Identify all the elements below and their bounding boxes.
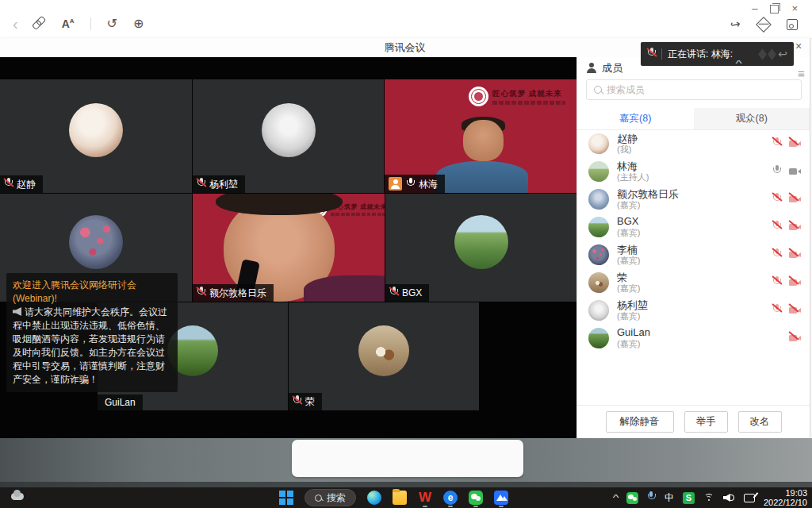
member-name: BGX [617, 215, 638, 227]
link-icon[interactable] [32, 15, 48, 32]
member-av-status [772, 192, 801, 206]
background-window [292, 440, 523, 477]
refresh-icon[interactable]: ↺ [107, 16, 117, 31]
panel-menu-icon[interactable]: ≡ [798, 67, 805, 80]
member-row[interactable]: 赵静(我) [577, 130, 810, 158]
reply-arrow-icon: ↩ [778, 48, 787, 60]
member-avatar [588, 272, 609, 293]
wps-icon[interactable]: W [418, 491, 432, 505]
weather-widget-icon[interactable] [10, 490, 29, 506]
tile-name-label: 荣 [289, 393, 322, 410]
file-explorer-icon[interactable] [393, 491, 407, 505]
video-tile-额尔敦格日乐[interactable]: 匠心筑梦 成就未来额尔敦格日乐 [193, 194, 385, 302]
member-list: 赵静(我)林海(主持人)额尔敦格日乐(嘉宾)BGX(嘉宾)李楠(嘉宾)荣(嘉宾)… [577, 130, 810, 352]
taskbar-search[interactable]: 搜索 [304, 489, 356, 506]
tile-participant-name: 额尔敦格日乐 [209, 287, 266, 298]
tile-name-label: 赵静 [0, 175, 43, 193]
camera-muted-icon [789, 275, 801, 290]
camera-muted-icon [789, 192, 801, 206]
watermark-shape-icon [758, 48, 767, 60]
clock-date: 2022/12/10 [764, 498, 807, 508]
member-row[interactable]: GuiLan(嘉宾) [577, 325, 810, 352]
logo-seal-icon [469, 87, 488, 106]
video-tile-杨利堃[interactable]: 杨利堃 [193, 79, 384, 193]
tile-participant-name: 林海 [419, 179, 438, 190]
mic-muted-icon [772, 303, 781, 318]
member-row[interactable]: 额尔敦格日乐(嘉宾) [577, 186, 810, 214]
wifi-icon[interactable] [703, 494, 714, 502]
tile-participant-name: BGX [402, 287, 422, 298]
pen-icon[interactable] [744, 494, 755, 502]
ime-indicator[interactable]: 中 [665, 491, 674, 505]
taskbar: 搜索 W e ^ 中 S 19:03 2022/12/10 [0, 487, 812, 508]
member-row[interactable]: 荣(嘉宾) [577, 269, 810, 297]
maximize-button[interactable] [770, 5, 779, 13]
screenshot-icon[interactable] [787, 19, 798, 30]
member-role: (我) [617, 144, 631, 156]
toast-collapse-caret[interactable]: ^ [735, 59, 741, 68]
wechat-icon[interactable] [469, 491, 483, 505]
clock-time: 19:03 [764, 488, 807, 498]
member-avatar [588, 328, 609, 348]
video-tile-林海[interactable]: 匠心筑梦 成就未来林海 [385, 79, 576, 193]
microphone-tray-icon[interactable] [647, 491, 656, 505]
participant-avatar [358, 325, 409, 376]
tile-participant-name: 赵静 [17, 179, 36, 190]
volume-icon[interactable] [723, 493, 735, 502]
tray-expand-icon[interactable]: ^ [612, 493, 619, 502]
taskbar-clock[interactable]: 19:03 2022/12/10 [764, 488, 807, 508]
member-row[interactable]: 李楠(嘉宾) [577, 241, 810, 269]
toolbar-divider [90, 17, 91, 30]
member-row[interactable]: BGX(嘉宾) [577, 214, 810, 241]
rename-button[interactable]: 改名 [738, 411, 782, 433]
globe-icon[interactable]: ⊕ [133, 16, 144, 31]
mic-muted-icon [4, 178, 13, 190]
member-search-input[interactable]: 搜索成员 [586, 79, 802, 100]
member-av-status [772, 331, 801, 345]
toast-watermark: ↩ [759, 48, 787, 60]
tile-participant-name: 杨利堃 [209, 179, 238, 190]
tab-audience[interactable]: 观众(8) [694, 108, 810, 129]
participant-avatar [454, 215, 508, 269]
blue-app-icon[interactable]: e [443, 491, 458, 505]
sogou-icon[interactable]: S [683, 492, 695, 504]
font-size-icon[interactable]: AA [62, 17, 75, 30]
tile-participant-name: 荣 [305, 396, 315, 407]
cube-icon[interactable] [756, 17, 772, 33]
member-role: (嘉宾) [617, 227, 640, 239]
meeting-window: 腾讯会议 赵静杨利堃匠心筑梦 成就未来林海匠心筑梦 成就未来额尔敦格日乐BGXG… [0, 38, 810, 438]
panel-close-icon[interactable]: × [795, 40, 802, 52]
video-tile-BGX[interactable]: BGX [385, 194, 576, 302]
start-button[interactable] [279, 491, 293, 505]
participant-avatar [262, 103, 316, 157]
unmute-button[interactable]: 解除静音 [606, 411, 674, 433]
wechat-tray-icon[interactable] [626, 492, 638, 504]
toast-divider [661, 48, 662, 60]
member-role: (嘉宾) [617, 310, 640, 322]
screen: ‹ AA ↺ ⊕ ↪ – × 腾讯会议 赵静杨利堃匠心筑梦 成就未来林海匠心筑梦… [0, 0, 812, 508]
member-avatar [588, 133, 609, 154]
member-name: GuiLan [617, 326, 650, 338]
notice-body: 请大家共同维护大会秩序。会议过程中禁止出现违法违规、低俗色情、吸烟酗酒等内容，若… [13, 306, 171, 387]
logo-english-line [492, 101, 565, 105]
browser-chrome: ‹ AA ↺ ⊕ ↪ – × [0, 0, 812, 39]
mic-muted-icon [197, 287, 205, 299]
share-icon[interactable]: ↪ [729, 17, 742, 33]
tencent-meeting-icon[interactable] [494, 491, 508, 505]
members-panel-title: 成员 [602, 61, 622, 75]
video-tile-赵静[interactable]: 赵静 [0, 79, 192, 193]
edge-icon[interactable] [367, 491, 381, 505]
raise-hand-button[interactable]: 举手 [684, 411, 728, 433]
mic-on-icon [772, 164, 781, 179]
member-row[interactable]: 林海(主持人) [577, 158, 810, 186]
watermark-shape-icon [768, 48, 776, 60]
member-row[interactable]: 杨利堃(嘉宾) [577, 297, 810, 325]
back-icon[interactable]: ‹ [13, 17, 18, 30]
camera-on-icon [789, 164, 801, 179]
search-icon [594, 86, 602, 94]
member-av-status [772, 248, 801, 262]
video-tile-荣[interactable]: 荣 [289, 302, 479, 410]
minimize-button[interactable]: – [752, 3, 757, 14]
tab-guests[interactable]: 嘉宾(8) [577, 108, 694, 129]
close-button[interactable]: × [791, 3, 798, 14]
